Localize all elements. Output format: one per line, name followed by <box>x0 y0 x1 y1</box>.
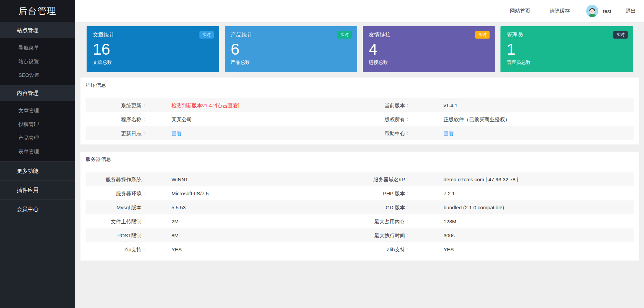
info-value: WINNT <box>171 172 352 186</box>
user-box[interactable]: test <box>586 5 611 17</box>
table-row: 服务器环境：Microsoft-IIS/7.5PHP 版本：7.2.1 <box>86 186 634 200</box>
info-label: POST限制： <box>86 228 171 242</box>
info-value: v1.4.1 <box>444 98 634 112</box>
boy-avatar-icon[interactable] <box>586 5 598 17</box>
logout-link[interactable]: 退出 <box>626 8 636 14</box>
info-value: 5.5.53 <box>171 200 352 214</box>
stat-card-管理员: 管理员实时1管理员总数 <box>500 26 633 72</box>
server-info-panel: 服务器信息 服务器操作系统：WINNT服务器域名/IP：demo.rrzcms.… <box>80 152 639 261</box>
sidebar-item-表单管理[interactable]: 表单管理 <box>0 145 75 158</box>
info-label: 服务器域名/IP： <box>352 172 444 186</box>
info-label: PHP 版本： <box>352 186 444 200</box>
server-info-title: 服务器信息 <box>80 152 639 167</box>
stat-card-友情链接: 友情链接实时4链接总数 <box>363 26 495 72</box>
info-value: YES <box>171 242 352 256</box>
program-info-panel: 程序信息 系统更新：检测到新版本v1.4.2[点击查看]当前版本：v1.4.1程… <box>80 78 639 144</box>
stat-card-title: 友情链接 <box>369 31 489 39</box>
table-row: 文件上传限制：2M最大占用内存：128M <box>86 214 634 228</box>
stat-card-label: 管理员总数 <box>507 59 627 66</box>
sidebar-item-站点设置[interactable]: 站点设置 <box>0 55 75 68</box>
info-label: 最大占用内存： <box>352 214 444 228</box>
table-row: Zip支持：YESZlib支持：YES <box>86 242 634 256</box>
main-column: 网站首页 清除缓存 test 退出 文章统计实时16文章总数产品统计实时6产品总… <box>75 0 644 308</box>
stat-cards-row: 文章统计实时16文章总数产品统计实时6产品总数友情链接实时4链接总数管理员实时1… <box>87 26 633 72</box>
stat-card-title: 产品统计 <box>231 31 351 39</box>
sidebar-section-站点管理[interactable]: 站点管理 <box>0 22 75 38</box>
stat-card-产品统计: 产品统计实时6产品总数 <box>225 26 357 72</box>
info-value[interactable]: 检测到新版本v1.4.2[点击查看] <box>171 98 352 112</box>
info-value: 2M <box>171 214 352 228</box>
info-label: 文件上传限制： <box>86 214 171 228</box>
realtime-badge: 实时 <box>475 31 490 39</box>
info-value: 300s <box>444 228 634 242</box>
info-value: YES <box>444 242 634 256</box>
info-value: 8M <box>171 228 352 242</box>
sidebar-item-产品管理[interactable]: 产品管理 <box>0 131 75 145</box>
program-info-table: 系统更新：检测到新版本v1.4.2[点击查看]当前版本：v1.4.1程序名称：某… <box>80 93 639 144</box>
app-logo: 后台管理 <box>0 0 75 22</box>
table-row: 程序名称：某某公司版权所有：正版软件（已购买商业授权） <box>86 112 634 126</box>
table-row: Mysql 版本：5.5.53GD 版本：bundled (2.1.0 comp… <box>86 200 634 214</box>
info-value: demo.rrzcms.com [ 47.93.32.78 ] <box>444 172 634 186</box>
info-label: Zip支持： <box>86 242 171 256</box>
stat-card-value: 16 <box>93 41 213 58</box>
info-label: 更新日志： <box>86 126 171 140</box>
nav-site-home[interactable]: 网站首页 <box>510 8 530 14</box>
info-label: 最大执行时间： <box>352 228 444 242</box>
stat-card-label: 链接总数 <box>369 59 489 66</box>
info-label: 服务器环境： <box>86 186 171 200</box>
stat-card-label: 产品总数 <box>231 59 351 66</box>
realtime-badge: 实时 <box>199 31 214 39</box>
info-label: 版权所有： <box>352 112 444 126</box>
info-label: 帮助中心： <box>352 126 444 140</box>
table-row: 系统更新：检测到新版本v1.4.2[点击查看]当前版本：v1.4.1 <box>86 98 634 112</box>
info-label: 服务器操作系统： <box>86 172 171 186</box>
stat-card-title: 管理员 <box>507 31 627 39</box>
info-label: Mysql 版本： <box>86 200 171 214</box>
info-value[interactable]: 查看 <box>444 126 634 140</box>
stat-card-title: 文章统计 <box>93 31 213 39</box>
info-label: 当前版本： <box>352 98 444 112</box>
sidebar-submenu: 文章管理投稿管理产品管理表单管理 <box>0 101 75 161</box>
stat-card-文章统计: 文章统计实时16文章总数 <box>87 26 219 72</box>
username: test <box>603 8 611 14</box>
sidebar-section-内容管理[interactable]: 内容管理 <box>0 85 75 101</box>
sidebar-item-导航菜单[interactable]: 导航菜单 <box>0 41 75 55</box>
info-value: bundled (2.1.0 compatible) <box>444 200 634 214</box>
dashboard-content: 文章统计实时16文章总数产品统计实时6产品总数友情链接实时4链接总数管理员实时1… <box>75 22 644 308</box>
info-label: Zlib支持： <box>352 242 444 256</box>
stat-card-value: 4 <box>369 41 489 58</box>
info-label: 程序名称： <box>86 112 171 126</box>
info-value[interactable]: 查看 <box>171 126 352 140</box>
sidebar: 后台管理 站点管理导航菜单站点设置SEO设置内容管理文章管理投稿管理产品管理表单… <box>0 0 75 308</box>
info-label: GD 版本： <box>352 200 444 214</box>
table-row: POST限制：8M最大执行时间：300s <box>86 228 634 242</box>
server-info-table: 服务器操作系统：WINNT服务器域名/IP：demo.rrzcms.com [ … <box>80 167 639 261</box>
stat-card-value: 1 <box>507 41 627 58</box>
nav-clear-cache[interactable]: 清除缓存 <box>550 8 570 14</box>
stat-card-value: 6 <box>231 41 351 58</box>
sidebar-section-更多功能[interactable]: 更多功能 <box>0 161 75 180</box>
program-info-title: 程序信息 <box>80 78 639 93</box>
info-value: 某某公司 <box>171 112 352 126</box>
sidebar-section-插件应用[interactable]: 插件应用 <box>0 180 75 199</box>
info-value: 128M <box>444 214 634 228</box>
sidebar-item-文章管理[interactable]: 文章管理 <box>0 104 75 117</box>
info-value: 7.2.1 <box>444 186 634 200</box>
info-value: Microsoft-IIS/7.5 <box>171 186 352 200</box>
info-value: 正版软件（已购买商业授权） <box>444 112 634 126</box>
sidebar-nav: 站点管理导航菜单站点设置SEO设置内容管理文章管理投稿管理产品管理表单管理更多功… <box>0 22 75 219</box>
stat-card-label: 文章总数 <box>93 59 213 66</box>
info-label: 系统更新： <box>86 98 171 112</box>
sidebar-section-会员中心[interactable]: 会员中心 <box>0 199 75 219</box>
sidebar-item-投稿管理[interactable]: 投稿管理 <box>0 117 75 131</box>
sidebar-submenu: 导航菜单站点设置SEO设置 <box>0 38 75 85</box>
realtime-badge: 实时 <box>613 31 628 39</box>
table-row: 服务器操作系统：WINNT服务器域名/IP：demo.rrzcms.com [ … <box>86 172 634 186</box>
table-row: 更新日志：查看帮助中心：查看 <box>86 126 634 140</box>
sidebar-item-SEO设置[interactable]: SEO设置 <box>0 68 75 82</box>
top-header: 网站首页 清除缓存 test 退出 <box>75 0 644 22</box>
realtime-badge: 实时 <box>338 31 352 39</box>
